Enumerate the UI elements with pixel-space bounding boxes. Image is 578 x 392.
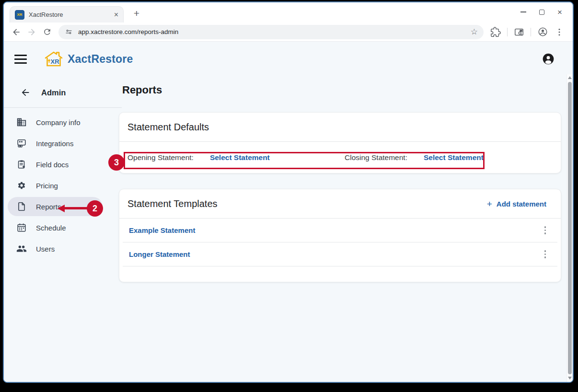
xactrestore-logo-icon: XR	[44, 50, 63, 68]
sidebar-item-label: Reports	[36, 203, 61, 211]
opening-statement-label: Opening Statement:	[127, 153, 194, 162]
reload-button[interactable]	[39, 24, 55, 40]
closing-select-statement-link[interactable]: Select Statement	[424, 153, 484, 162]
sidebar-item-label: Schedule	[36, 224, 66, 232]
main-content: Reports Statement Defaults Opening State…	[119, 76, 566, 382]
sidebar-item-users[interactable]: Users	[8, 239, 103, 258]
sidebar-item-pricing[interactable]: Pricing	[8, 176, 103, 195]
url-bar[interactable]: app.xactrestore.com/reports-admin ☆	[58, 25, 484, 39]
tab-title: XactRestore	[29, 11, 110, 18]
maximize-icon	[539, 10, 544, 15]
sidebar-item-label: Integrations	[36, 139, 73, 148]
extensions-icon[interactable]	[490, 27, 501, 37]
back-arrow-icon[interactable]	[20, 87, 31, 98]
browser-menu-icon[interactable]	[555, 27, 564, 37]
sidebar-item-label: Field docs	[36, 161, 69, 169]
new-tab-button[interactable]: +	[129, 6, 144, 21]
close-button[interactable]: ×	[551, 5, 569, 19]
browser-toolbar: app.xactrestore.com/reports-admin ☆	[4, 23, 573, 42]
sidebar-item-reports[interactable]: Reports	[8, 197, 103, 216]
admin-title: Admin	[41, 88, 66, 97]
back-button[interactable]	[9, 24, 24, 40]
kebab-menu-icon[interactable]	[543, 224, 548, 236]
brand: XR XactRestore	[44, 50, 133, 68]
side-panel-search-icon[interactable]	[514, 27, 524, 37]
sidebar-item-field-docs[interactable]: Field docs	[8, 155, 103, 174]
statement-defaults-row: Opening Statement: Select Statement Clos…	[119, 142, 561, 173]
url-text[interactable]: app.xactrestore.com/reports-admin	[78, 28, 178, 35]
sidebar-item-label: Pricing	[36, 182, 58, 190]
statement-templates-card: Statement Templates + Add statement Exam…	[119, 189, 561, 282]
svg-text:XR: XR	[50, 58, 59, 65]
statement-defaults-title: Statement Defaults	[119, 113, 561, 142]
forward-icon	[27, 27, 36, 37]
company-info-icon	[16, 117, 27, 127]
row-divider	[123, 266, 557, 266]
bookmark-star-icon[interactable]: ☆	[471, 28, 478, 36]
field-docs-icon	[16, 159, 27, 170]
integrations-icon	[16, 138, 27, 149]
brand-title: XactRestore	[68, 53, 133, 66]
closing-statement-label: Closing Statement:	[345, 153, 407, 162]
favicon-icon: XR	[15, 10, 24, 20]
window-controls: ×	[514, 5, 569, 19]
kebab-menu-icon[interactable]	[543, 248, 548, 260]
sidebar-nav: Company info Integrations	[4, 113, 119, 258]
back-icon	[12, 27, 21, 37]
add-statement-label: Add statement	[497, 200, 546, 208]
tab-close-icon[interactable]: ×	[114, 11, 118, 19]
plus-icon: +	[487, 199, 492, 208]
template-row[interactable]: Example Statement	[119, 219, 561, 242]
page-title: Reports	[122, 84, 566, 96]
schedule-icon	[16, 222, 27, 233]
opening-statement-group: Opening Statement: Select Statement	[127, 153, 345, 162]
page-content: XR XactRestore Admin Company info	[4, 42, 573, 382]
reports-icon	[16, 201, 27, 212]
template-link[interactable]: Longer Statement	[129, 250, 190, 258]
browser-profile-icon[interactable]	[537, 26, 548, 37]
opening-select-statement-link[interactable]: Select Statement	[210, 153, 270, 162]
users-icon	[16, 243, 27, 254]
sidebar-item-company-info[interactable]: Company info	[8, 113, 103, 132]
closing-statement-group: Closing Statement: Select Statement	[345, 153, 484, 162]
browser-tab[interactable]: XR XactRestore ×	[10, 6, 124, 23]
sidebar-item-label: Company info	[36, 118, 81, 127]
reload-icon	[43, 27, 52, 36]
sidebar-item-label: Users	[36, 245, 55, 253]
admin-sidebar: Admin Company info	[4, 76, 119, 382]
minimize-button[interactable]	[514, 5, 532, 19]
template-row[interactable]: Longer Statement	[119, 242, 561, 266]
add-statement-button[interactable]: + Add statement	[487, 199, 546, 208]
toolbar-separator	[507, 28, 508, 36]
statement-defaults-card: Statement Defaults Opening Statement: Se…	[119, 112, 561, 173]
account-avatar-icon[interactable]	[542, 53, 555, 65]
browser-window: XR XactRestore × + × ap	[3, 1, 574, 383]
app-header: XR XactRestore	[4, 42, 573, 76]
maximize-button[interactable]	[532, 5, 551, 19]
menu-hamburger-icon[interactable]	[14, 55, 27, 64]
pricing-icon	[16, 180, 27, 191]
scrollbar-up-arrow-icon[interactable]	[568, 76, 572, 79]
tab-strip: XR XactRestore × + ×	[4, 2, 573, 23]
template-link[interactable]: Example Statement	[129, 226, 195, 234]
sidebar-divider	[4, 107, 122, 108]
admin-back-row[interactable]: Admin	[20, 84, 119, 101]
minimize-icon	[520, 12, 526, 12]
statement-templates-title: Statement Templates	[127, 198, 218, 209]
forward-button[interactable]	[24, 24, 39, 40]
site-settings-icon[interactable]	[64, 27, 73, 36]
scrollbar[interactable]	[566, 74, 573, 382]
sidebar-item-schedule[interactable]: Schedule	[8, 218, 103, 237]
scrollbar-down-arrow-icon[interactable]	[568, 377, 572, 380]
toolbar-separator	[531, 28, 531, 36]
scrollbar-thumb[interactable]	[568, 82, 572, 374]
toolbar-icons	[490, 26, 568, 37]
sidebar-item-integrations[interactable]: Integrations	[8, 134, 103, 153]
